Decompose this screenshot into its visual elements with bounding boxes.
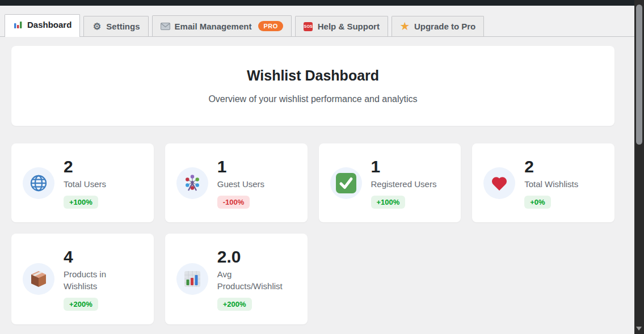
change-badge: +200% [217, 298, 252, 311]
stat-value: 1 [217, 157, 227, 176]
star-icon: ★ [400, 22, 410, 31]
stat-card-registered-users: 1 Registered Users +100% [319, 143, 461, 222]
tab-dashboard[interactable]: Dashboard [5, 14, 80, 37]
gear-icon: ⚙ [92, 22, 102, 31]
stat-label: Total Wishlists [524, 178, 578, 190]
tab-help-support[interactable]: SOS Help & Support [295, 16, 388, 36]
tab-label: Dashboard [27, 20, 71, 29]
tab-bar: Dashboard ⚙ Settings Email Management PR… [0, 14, 634, 37]
envelope-icon [161, 22, 170, 31]
vertical-scrollbar[interactable] [634, 0, 644, 334]
stat-card-products-in-wishlists: 4 Products in Wishlists +200% [11, 234, 154, 324]
page-title: Wishlist Dashboard [247, 67, 379, 84]
tab-label: Help & Support [318, 22, 380, 31]
stat-card-guest-users: 1 Guest Users -100% [165, 143, 308, 222]
stat-label: Registered Users [371, 178, 437, 190]
stat-value: 4 [64, 247, 73, 266]
change-badge: +200% [64, 298, 98, 311]
pro-badge: PRO [258, 21, 283, 31]
stat-label: Products in Wishlists [64, 268, 137, 292]
heart-icon [483, 167, 515, 199]
stats-grid: 2 Total Users +100% [11, 143, 614, 324]
tab-label: Settings [106, 22, 140, 31]
globe-icon [23, 167, 54, 199]
stat-card-total-users: 2 Total Users +100% [11, 143, 154, 222]
stat-label: Total Users [64, 178, 106, 190]
bar-chart-icon [13, 20, 23, 29]
bar-chart-panel-icon [176, 263, 208, 295]
scrollbar-down-arrow-icon[interactable] [636, 327, 642, 331]
stat-value: 2 [64, 157, 73, 176]
tab-label: Upgrade to Pro [414, 22, 475, 31]
tab-email-management[interactable]: Email Management PRO [152, 15, 292, 36]
change-badge: -100% [217, 196, 250, 209]
page-subtitle: Overview of your wishlist performance an… [208, 94, 417, 104]
sos-icon: SOS [304, 22, 313, 31]
stat-label: Avg Products/Wishlist [217, 268, 291, 292]
package-icon [23, 263, 54, 295]
stat-card-total-wishlists: 2 Total Wishlists +0% [472, 143, 614, 222]
ferris-wheel-icon [176, 167, 208, 199]
tab-label: Email Management [175, 22, 252, 31]
tab-upgrade-to-pro[interactable]: ★ Upgrade to Pro [392, 16, 484, 36]
stat-label: Guest Users [217, 178, 264, 190]
check-mark-icon [330, 167, 362, 199]
stat-value: 1 [371, 157, 381, 176]
scrollbar-thumb[interactable] [636, 5, 642, 145]
stat-card-avg-products-wishlist: 2.0 Avg Products/Wishlist +200% [165, 234, 308, 324]
dashboard-header-card: Wishlist Dashboard Overview of your wish… [11, 46, 614, 126]
change-badge: +100% [64, 196, 98, 209]
tab-settings[interactable]: ⚙ Settings [83, 16, 148, 36]
stat-value: 2.0 [217, 247, 241, 266]
change-badge: +0% [524, 196, 550, 209]
change-badge: +100% [371, 196, 406, 209]
stat-value: 2 [524, 157, 534, 176]
admin-bar [0, 0, 644, 6]
